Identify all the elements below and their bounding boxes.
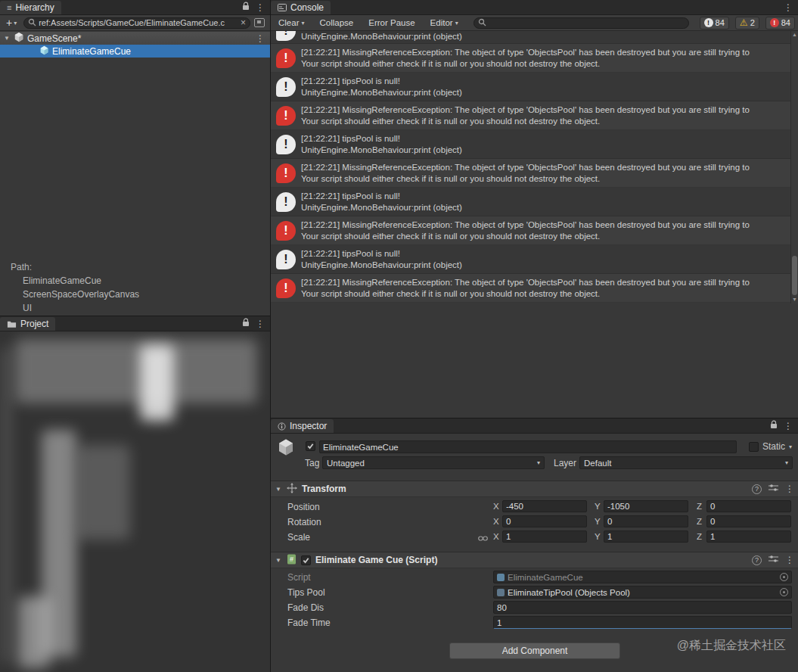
chevron-down-icon[interactable]: ▾ [789, 443, 792, 450]
fade-time-input[interactable] [493, 616, 792, 629]
hierarchy-item-eliminategamecue[interactable]: EliminateGameCue [0, 45, 270, 58]
scene-name: GameScene* [27, 33, 81, 44]
add-object-button[interactable]: +▾ [3, 17, 20, 29]
log-entry-error[interactable]: ! [21:22:21] MissingReferenceException: … [271, 159, 790, 188]
error-count-toggle[interactable]: !84 [765, 17, 795, 30]
log-entry[interactable]: ! UnityEngine.MonoBehaviour:print (objec… [271, 31, 790, 44]
console-search-input[interactable] [489, 18, 685, 27]
log-entry-error[interactable]: ! [21:22:21] MissingReferenceException: … [271, 44, 790, 73]
object-picker-icon[interactable] [780, 573, 788, 581]
help-icon[interactable]: ? [752, 484, 762, 494]
error-pause-toggle[interactable]: Error Pause [364, 17, 419, 28]
hierarchy-search-input[interactable] [39, 18, 238, 27]
link-scale-icon[interactable] [478, 534, 488, 544]
scene-row[interactable]: ▼ GameScene* ⋮ [0, 32, 270, 45]
lock-icon[interactable] [770, 420, 778, 431]
scale-z-input[interactable] [706, 530, 791, 543]
clear-button[interactable]: Clear▾ [274, 17, 309, 28]
log-entry-error[interactable]: ! [21:22:21] MissingReferenceException: … [271, 216, 790, 245]
collapse-toggle[interactable]: Collapse [315, 17, 359, 28]
hierarchy-tree: ▼ GameScene* ⋮ EliminateGameCue [0, 32, 270, 58]
editor-dropdown[interactable]: Editor▾ [426, 17, 463, 28]
foldout-icon[interactable]: ▼ [3, 35, 11, 42]
kebab-menu-icon[interactable]: ⋮ [784, 422, 793, 431]
active-checkbox[interactable] [306, 441, 315, 451]
tips-pool-object-field[interactable]: EliminateTipPool (Objects Pool) [493, 586, 792, 599]
kebab-menu-icon[interactable]: ⋮ [785, 484, 794, 493]
tag-dropdown[interactable]: Untagged▾ [322, 456, 545, 469]
rotation-z-input[interactable] [706, 515, 791, 527]
axis-x-label: X [493, 532, 499, 541]
hierarchy-panel: ≡ Hierarchy ⋮ +▾ × ▼ GameScene* ⋮ Elimin… [0, 0, 270, 316]
component-enabled-checkbox[interactable] [301, 555, 311, 565]
fade-dis-input[interactable] [493, 601, 792, 614]
path-item[interactable]: UI [11, 301, 139, 315]
project-blurred-content [0, 331, 270, 672]
console-log-list: ! UnityEngine.MonoBehaviour:print (objec… [271, 31, 790, 303]
log-bubble-icon: ! [276, 250, 296, 269]
error-bubble-icon: ! [276, 163, 296, 183]
clear-search-icon[interactable]: × [241, 18, 246, 27]
path-item[interactable]: ScreenSpaceOverlayCanvas [11, 288, 139, 301]
position-x-input[interactable] [502, 500, 587, 512]
scale-y-input[interactable] [604, 530, 688, 543]
presets-icon[interactable] [769, 555, 778, 565]
rotation-x-input[interactable] [502, 515, 587, 527]
scene-kebab-icon[interactable]: ⋮ [256, 34, 270, 43]
layer-dropdown[interactable]: Default▾ [579, 456, 793, 469]
add-component-button[interactable]: Add Component [449, 642, 620, 659]
object-name-field[interactable] [319, 440, 737, 453]
tab-hierarchy[interactable]: ≡ Hierarchy [0, 1, 61, 14]
object-picker-icon[interactable] [780, 588, 788, 596]
log-bubble-icon: ! [276, 192, 296, 212]
clear-label: Clear [278, 18, 299, 27]
scale-x-input[interactable] [502, 530, 587, 543]
log-entry[interactable]: ! [21:22:21] tipsPool is null!UnityEngin… [271, 245, 790, 274]
kebab-menu-icon[interactable]: ⋮ [785, 555, 794, 565]
lock-icon[interactable] [242, 318, 250, 329]
tips-pool-value: EliminateTipPool (Objects Pool) [508, 588, 630, 597]
chevron-down-icon: ▾ [785, 459, 788, 466]
foldout-icon[interactable]: ▼ [275, 486, 282, 493]
script-object-field[interactable]: EliminateGameCue [493, 571, 792, 583]
log-entry[interactable]: ! [21:22:21] tipsPool is null!UnityEngin… [271, 188, 790, 216]
hierarchy-search[interactable]: × [23, 17, 250, 29]
script-component-header[interactable]: ▼ # Eliminate Game Cue (Script) ? ⋮ [271, 552, 798, 568]
position-z-input[interactable] [706, 500, 791, 512]
help-icon[interactable]: ? [752, 555, 762, 565]
info-count-toggle[interactable]: !84 [700, 17, 729, 30]
presets-icon[interactable] [769, 484, 778, 494]
position-row: Position X Y Z [271, 500, 798, 514]
log-entry-error[interactable]: ! [21:22:21] MissingReferenceException: … [271, 274, 790, 303]
scroll-up-icon[interactable]: ▲ [791, 31, 798, 39]
kebab-menu-icon[interactable]: ⋮ [784, 3, 793, 12]
tab-inspector-label: Inspector [290, 421, 327, 431]
console-scrollbar[interactable]: ▲ ▼ [790, 31, 798, 303]
foldout-icon[interactable]: ▼ [275, 557, 282, 564]
kebab-menu-icon[interactable]: ⋮ [256, 3, 265, 12]
search-window-icon[interactable] [254, 18, 265, 27]
axis-z-label: Z [697, 532, 702, 541]
lock-icon[interactable] [242, 2, 250, 13]
warning-count-toggle[interactable]: ⚠2 [735, 17, 759, 30]
rotation-y-input[interactable] [604, 515, 688, 527]
static-checkbox[interactable] [749, 442, 759, 452]
scrollbar-thumb[interactable] [792, 256, 797, 295]
scroll-down-icon[interactable]: ▼ [791, 296, 798, 303]
tab-project[interactable]: Project [0, 317, 55, 331]
log-entry[interactable]: ! [21:22:21] tipsPool is null!UnityEngin… [271, 130, 790, 159]
static-control[interactable]: Static ▾ [749, 441, 792, 452]
position-y-input[interactable] [604, 500, 688, 512]
info-count: 84 [716, 18, 725, 27]
kebab-menu-icon[interactable]: ⋮ [256, 319, 265, 328]
tab-console[interactable]: Console [271, 1, 331, 14]
log-entry-error[interactable]: ! [21:22:21] MissingReferenceException: … [271, 101, 790, 130]
log-entry[interactable]: ! [21:22:21] tipsPool is null!UnityEngin… [271, 73, 790, 101]
transform-header[interactable]: ▼ Transform ? ⋮ [271, 481, 798, 497]
plus-label: + [6, 17, 12, 29]
console-search[interactable] [474, 17, 689, 29]
tab-inspector[interactable]: Inspector [271, 419, 334, 433]
log-line: UnityEngine.MonoBehaviour:print (object) [301, 145, 462, 156]
path-item[interactable]: EliminateGameCue [11, 274, 139, 288]
console-toolbar: Clear▾ Collapse Error Pause Editor▾ !84 … [271, 15, 798, 31]
